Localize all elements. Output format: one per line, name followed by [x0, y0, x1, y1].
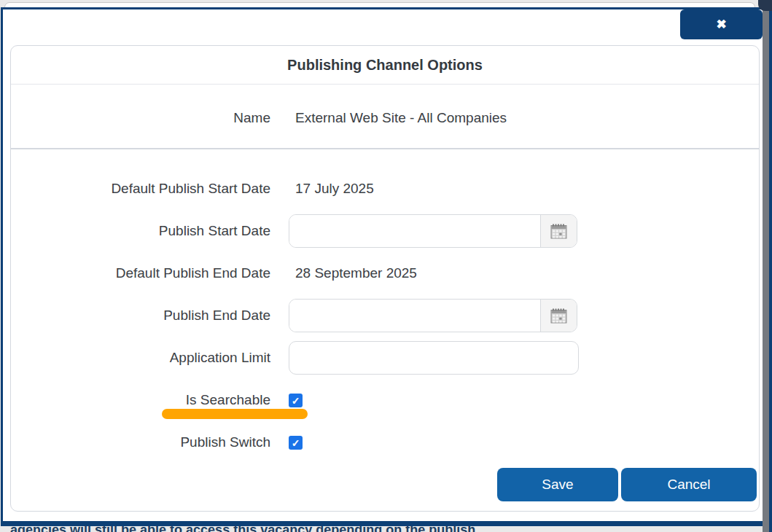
- is-searchable-highlight-underline: [162, 409, 308, 419]
- default-publish-start-date-value: 17 July 2025: [295, 180, 374, 197]
- publish-start-date-label: Publish Start Date: [11, 222, 270, 240]
- is-searchable-label: Is Searchable: [11, 391, 270, 409]
- page: agencies will still be able to access th…: [0, 0, 772, 532]
- publish-end-date-label: Publish End Date: [11, 307, 270, 324]
- checkmark-icon: ✓: [292, 396, 300, 406]
- dialog-panel: Publishing Channel Options Name External…: [10, 45, 760, 512]
- right-edge-shadow: [763, 0, 769, 532]
- checkmark-icon: ✓: [292, 438, 300, 448]
- application-limit-input[interactable]: [289, 341, 579, 375]
- application-limit-label: Application Limit: [11, 349, 270, 367]
- section-divider: [11, 148, 759, 149]
- dialog-title: Publishing Channel Options: [11, 46, 759, 85]
- publish-end-date-group: [289, 299, 577, 332]
- calendar-icon: [550, 224, 567, 239]
- close-icon: ✖: [716, 17, 726, 32]
- cancel-button[interactable]: Cancel: [621, 468, 757, 501]
- right-edge-border: [769, 0, 772, 532]
- is-searchable-checkbox[interactable]: ✓: [289, 394, 303, 407]
- publish-switch-checkbox[interactable]: ✓: [289, 436, 303, 450]
- calendar-icon: [550, 308, 567, 324]
- default-publish-start-date-label: Default Publish Start Date: [11, 180, 270, 197]
- save-button[interactable]: Save: [497, 468, 618, 501]
- publish-end-date-input[interactable]: [289, 300, 540, 332]
- publish-start-date-input[interactable]: [289, 215, 540, 247]
- publish-start-date-calendar-button[interactable]: [540, 215, 577, 247]
- default-publish-end-date-label: Default Publish End Date: [11, 265, 270, 282]
- name-label: Name: [11, 109, 270, 127]
- right-edge-cap: [758, 0, 772, 11]
- publish-start-date-group: [289, 214, 577, 248]
- publish-switch-label: Publish Switch: [11, 434, 270, 451]
- close-button[interactable]: ✖: [680, 9, 763, 39]
- name-value: External Web Site - All Companies: [295, 109, 507, 127]
- default-publish-end-date-value: 28 September 2025: [295, 265, 417, 282]
- publish-end-date-calendar-button[interactable]: [540, 300, 577, 332]
